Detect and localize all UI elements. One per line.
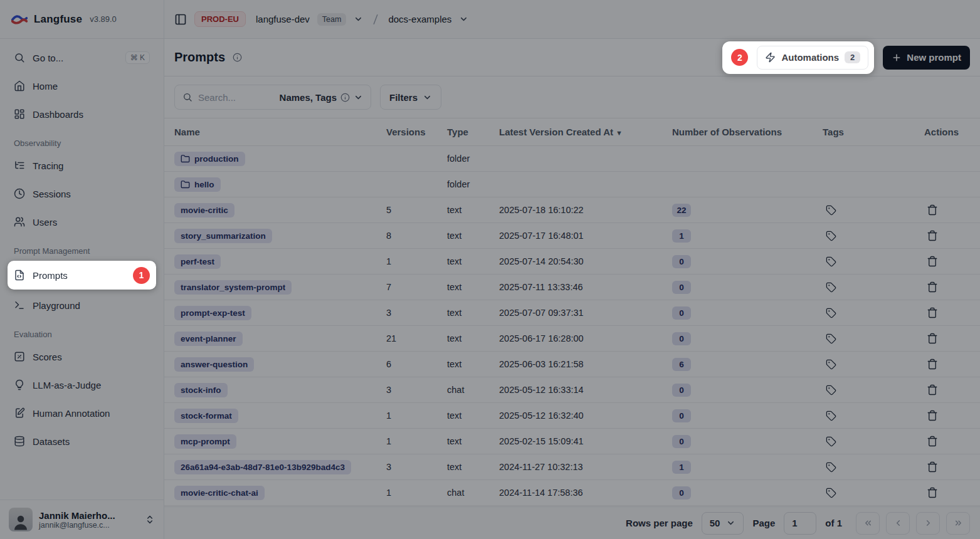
delete-button[interactable] [924,279,940,295]
table-row[interactable]: mcp-prompt 1 text 2025-02-15 15:09:41 0 [164,429,980,454]
delete-button[interactable] [924,228,940,244]
delete-button[interactable] [924,305,940,321]
search-input[interactable]: Search... Names, Tags [174,85,371,110]
table-row[interactable]: prompt-exp-test 3 text 2025-07-07 09:37:… [164,300,980,326]
prompt-name-pill[interactable]: movie-critic-chat-ai [174,486,265,500]
sidebar-item-sessions[interactable]: Sessions [8,181,156,206]
table-row[interactable]: stock-format 1 text 2025-05-12 16:32:40 … [164,403,980,429]
goto-search[interactable]: Go to... ⌘ K [8,45,156,70]
project-breadcrumb[interactable]: docs-examples [388,14,451,24]
tag-button[interactable] [823,433,839,449]
table-row[interactable]: production folder [164,146,980,172]
last-page-button[interactable] [946,512,970,535]
prompt-name-pill[interactable]: stock-info [174,383,228,397]
prompt-name-pill[interactable]: perf-test [174,254,221,269]
prompt-name-pill[interactable]: hello [174,177,221,192]
column-header-versions[interactable]: Versions [384,118,445,146]
delete-button[interactable] [924,330,940,347]
tag-button[interactable] [823,407,839,424]
tag-button[interactable] [823,253,839,270]
tag-button[interactable] [823,484,839,501]
chevron-down-icon[interactable] [354,14,363,24]
info-icon [340,93,350,102]
table-row[interactable]: event-planner 21 text 2025-06-17 16:28:0… [164,326,980,352]
rows-per-page-select[interactable]: 50 [702,512,744,535]
prompt-name-pill[interactable]: answer-question [174,357,254,372]
sidebar-item-users[interactable]: Users [8,209,156,234]
table-row[interactable]: stock-info 3 chat 2025-05-12 16:33:14 0 [164,377,980,403]
tag-button[interactable] [823,330,839,347]
tag-button[interactable] [823,228,839,244]
column-header-observations[interactable]: Number of Observations [670,118,820,146]
table-row[interactable]: hello folder [164,172,980,197]
prompt-name-pill[interactable]: stock-format [174,409,238,423]
sidebar-item-llm-as-a-judge[interactable]: LLM-as-a-Judge [8,372,156,397]
sidebar-item-prompts[interactable]: Prompts 1 [8,261,156,290]
next-page-button[interactable] [916,512,940,535]
chevron-down-icon[interactable] [459,14,468,24]
table-row[interactable]: perf-test 1 text 2025-07-14 20:54:30 0 [164,249,980,275]
sidebar-item-tracing[interactable]: Tracing [8,153,156,178]
table-row[interactable]: 26a61a94-e3ab-48d7-81e0-13b929bad4c3 3 t… [164,454,980,480]
user-menu[interactable]: Jannik Maierho... jannik@langfuse.c... [0,500,164,539]
sidebar-item-datasets[interactable]: Datasets [8,429,156,454]
column-header-name[interactable]: Name [164,118,384,146]
tag-button[interactable] [823,279,839,295]
prompt-name-pill[interactable]: translator_system-prompt [174,280,292,295]
sidebar-item-playground[interactable]: Playground [8,293,156,318]
tag-button[interactable] [823,382,839,398]
prompt-name-pill[interactable]: story_summarization [174,229,272,243]
table-row[interactable]: movie-critic-chat-ai 1 chat 2024-11-14 1… [164,480,980,506]
sidebar-item-label: Playground [33,300,80,311]
column-header-type[interactable]: Type [445,118,497,146]
clock-icon [14,188,25,199]
sidebar-item-scores[interactable]: Scores [8,344,156,369]
prompt-name-pill[interactable]: movie-critic [174,203,234,217]
column-header-created-at[interactable]: Latest Version Created At▼ [497,118,670,146]
tag-button[interactable] [823,459,839,475]
versions-cell: 3 [384,300,445,326]
page-number-input[interactable] [784,512,816,535]
tag-icon [826,256,836,267]
table-row[interactable]: answer-question 6 text 2025-06-03 16:21:… [164,352,980,377]
sidebar-toggle-icon[interactable] [174,13,187,26]
delete-button[interactable] [924,484,940,501]
sidebar-item-human-annotation[interactable]: Human Annotation [8,400,156,426]
prompt-name: prompt-exp-test [181,308,245,318]
first-page-button[interactable] [856,512,880,535]
filters-button[interactable]: Filters [380,85,441,110]
new-prompt-button[interactable]: New prompt [883,46,970,70]
user-name: Jannik Maierho... [39,510,139,521]
topbar: PROD-EU langfuse-dev Team docs-examples [164,0,980,39]
delete-button[interactable] [924,459,940,475]
table-row[interactable]: story_summarization 8 text 2025-07-17 16… [164,223,980,249]
tag-button[interactable] [823,356,839,372]
automations-button[interactable]: Automations 2 [757,46,868,70]
column-header-tags[interactable]: Tags [820,118,922,146]
table-row[interactable]: movie-critic 5 text 2025-07-18 16:10:22 … [164,197,980,223]
prompt-name-pill[interactable]: prompt-exp-test [174,306,251,320]
delete-button[interactable] [924,356,940,372]
prev-page-button[interactable] [886,512,910,535]
tag-button[interactable] [823,202,839,218]
delete-button[interactable] [924,202,940,218]
prompt-name-pill[interactable]: production [174,152,245,166]
delete-button[interactable] [924,382,940,398]
table-row[interactable]: translator_system-prompt 7 text 2025-07-… [164,275,980,300]
org-breadcrumb[interactable]: langfuse-dev [256,14,310,24]
prompt-name-pill[interactable]: mcp-prompt [174,434,236,449]
sidebar-item-dashboards[interactable]: Dashboards [8,102,156,127]
sidebar-item-home[interactable]: Home [8,73,156,98]
versions-cell: 1 [384,403,445,429]
delete-button[interactable] [924,407,940,424]
delete-button[interactable] [924,433,940,449]
prompt-name-pill[interactable]: 26a61a94-e3ab-48d7-81e0-13b929bad4c3 [174,460,351,474]
prompt-name-pill[interactable]: event-planner [174,332,243,346]
tag-button[interactable] [823,305,839,321]
info-icon[interactable] [233,53,242,62]
type-cell: text [445,352,497,377]
observations-count-badge: 0 [672,255,691,268]
sidebar-item-label: LLM-as-a-Judge [33,380,101,390]
delete-button[interactable] [924,253,940,270]
search-scope-dropdown[interactable]: Names, Tags [280,92,363,103]
